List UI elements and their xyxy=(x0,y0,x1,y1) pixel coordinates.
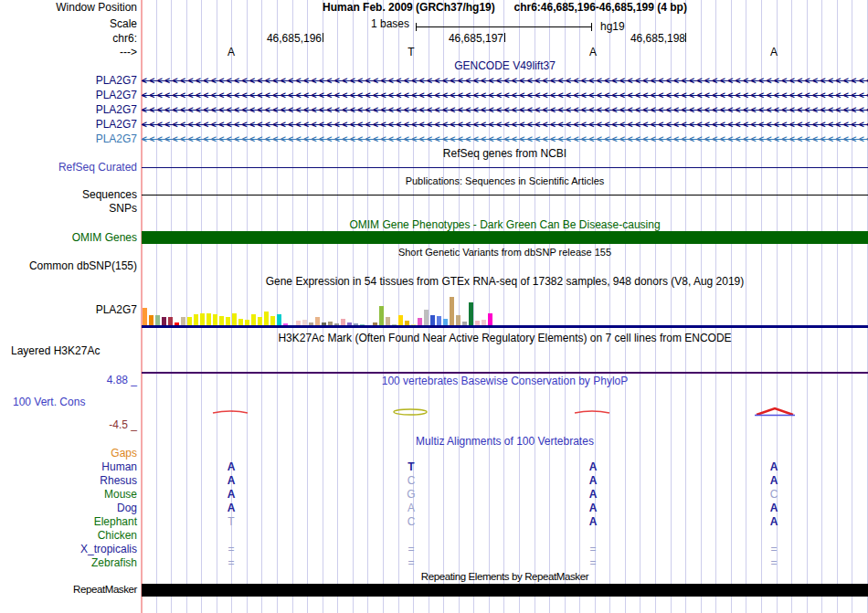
track-title-publications: Publications: Sequences in Scientific Ar… xyxy=(142,175,868,186)
multiz-species-label[interactable]: X_tropicalis xyxy=(0,543,137,555)
multiz-aligned-base: A xyxy=(220,502,242,514)
gtex-tissue-bar xyxy=(143,308,147,326)
track-label-omim-genes[interactable]: OMIM Genes xyxy=(0,231,137,244)
multiz-aligned-base: = xyxy=(400,543,422,555)
track-title-gtex: Gene Expression in 54 tissues from GTEx … xyxy=(142,275,868,288)
scale-bar-left-tick xyxy=(416,23,417,31)
gtex-baseline xyxy=(142,325,868,328)
multiz-aligned-base: C xyxy=(400,515,422,528)
track-label-common-dbsnp[interactable]: Common dbSNP(155) xyxy=(0,259,137,272)
track-label-sequences[interactable]: Sequences xyxy=(0,188,137,201)
phylop-score-glyph[interactable] xyxy=(390,406,430,419)
multiz-aligned-base: A xyxy=(582,488,604,501)
assembly-tag: hg19 xyxy=(600,20,625,33)
track-label-refseq-curated[interactable]: RefSeq Curated xyxy=(0,161,137,174)
h3k27ac-bottom-line[interactable] xyxy=(142,372,868,374)
multiz-aligned-base: = xyxy=(220,543,242,555)
multiz-aligned-base: G xyxy=(400,488,422,501)
multiz-species-label[interactable]: Chicken xyxy=(0,529,137,542)
multiz-species-label[interactable]: Dog xyxy=(0,502,137,514)
multiz-species-label[interactable]: Elephant xyxy=(0,515,137,528)
gencode-transcript-row[interactable]: <<<<<<<<<<<<<<<<<<<<<<<<<<<<<<<<<<<<<<<<… xyxy=(142,132,868,146)
reference-base: A xyxy=(582,46,604,58)
track-title-dbsnp: Short Genetic Variants from dbSNP releas… xyxy=(142,247,868,258)
multiz-species-label[interactable]: Zebrafish xyxy=(0,556,137,569)
track-label-phylop[interactable]: 100 Vert. Cons xyxy=(13,396,85,408)
track-title-omim: OMIM Gene Phenotypes - Dark Green Can Be… xyxy=(142,218,868,231)
gencode-transcript-row[interactable]: <<<<<<<<<<<<<<<<<<<<<<<<<<<<<<<<<<<<<<<<… xyxy=(142,102,868,117)
gtex-tissue-bar xyxy=(488,313,492,326)
scale-value: 1 bases xyxy=(318,17,409,30)
scale-label: Scale xyxy=(0,17,137,30)
gencode-gene-label[interactable]: PLA2G7 xyxy=(0,89,137,101)
track-title-repeatmasker: Repeating Elements by RepeatMasker xyxy=(142,571,868,582)
scale-bar xyxy=(416,26,592,27)
ruler-coord: 46,685,197 xyxy=(403,32,503,45)
phylop-min-value: -4.5 _ xyxy=(0,418,137,431)
multiz-aligned-base: = xyxy=(763,543,785,555)
ruler-tick xyxy=(323,33,323,42)
assembly-name: Human Feb. 2009 (GRCh37/hg19) xyxy=(323,1,495,14)
multiz-aligned-base: A xyxy=(582,474,604,487)
track-title-multiz: Multiz Alignments of 100 Vertebrates xyxy=(142,435,868,448)
track-title-phylop: 100 vertebrates Basewise Conservation by… xyxy=(142,375,868,387)
ruler-coord: 46,685,198 xyxy=(585,32,685,45)
phylop-score-glyph[interactable] xyxy=(753,406,797,420)
multiz-aligned-base: A xyxy=(763,502,785,514)
reference-base: A xyxy=(220,46,242,58)
multiz-aligned-base: C xyxy=(763,488,785,501)
multiz-aligned-base: A xyxy=(763,474,785,487)
left-arrowheads: <<<<<<<<<<<<<<<<<<<<<<<<<<<<<<<<<<<<<<<<… xyxy=(142,117,868,132)
ruler-tick xyxy=(685,33,686,42)
multiz-species-label[interactable]: Gaps xyxy=(0,447,137,460)
phylop-score-glyph[interactable] xyxy=(210,406,250,419)
gtex-expression-barchart[interactable] xyxy=(142,292,868,326)
track-label-repeatmasker[interactable]: RepeatMasker xyxy=(0,584,137,595)
track-label-snps[interactable]: SNPs xyxy=(0,202,137,215)
scale-bar-right-tick xyxy=(591,23,592,31)
multiz-aligned-base: A xyxy=(400,502,422,514)
window-position-label: Window Position xyxy=(0,1,137,14)
refseq-gene-line[interactable] xyxy=(142,167,868,168)
multiz-aligned-base: T xyxy=(400,460,422,473)
gtex-tissue-bar xyxy=(232,313,237,326)
gtex-tissue-bar xyxy=(424,310,429,326)
gencode-transcript-row[interactable]: <<<<<<<<<<<<<<<<<<<<<<<<<<<<<<<<<<<<<<<<… xyxy=(142,88,868,102)
multiz-aligned-base: A xyxy=(220,488,242,501)
multiz-aligned-base: A xyxy=(582,502,604,514)
reference-base: A xyxy=(763,46,785,58)
track-title-gencode: GENCODE V49lift37 xyxy=(142,59,868,72)
track-label-gtex-gene[interactable]: PLA2G7 xyxy=(0,303,137,316)
multiz-species-label[interactable]: Rhesus xyxy=(0,474,137,487)
gencode-transcript-row[interactable]: <<<<<<<<<<<<<<<<<<<<<<<<<<<<<<<<<<<<<<<<… xyxy=(142,73,868,88)
gencode-gene-label[interactable]: PLA2G7 xyxy=(0,74,137,87)
multiz-aligned-base: = xyxy=(763,556,785,569)
gencode-gene-label[interactable]: PLA2G7 xyxy=(0,103,137,116)
gencode-gene-label[interactable]: PLA2G7 xyxy=(0,132,137,145)
track-label-h3k27ac[interactable]: Layered H3K27Ac xyxy=(11,344,100,357)
omim-gene-bar[interactable] xyxy=(142,231,868,244)
gtex-tissue-bar xyxy=(450,297,454,326)
gtex-tissue-bar xyxy=(206,313,211,326)
multiz-aligned-base: T xyxy=(220,515,242,528)
multiz-aligned-base: = xyxy=(582,543,604,555)
position-range: chr6:46,685,196-46,685,199 (4 bp) xyxy=(513,1,686,14)
multiz-species-label[interactable]: Mouse xyxy=(0,488,137,501)
gencode-gene-label[interactable]: PLA2G7 xyxy=(0,118,137,131)
ruler-tick xyxy=(504,33,505,42)
multiz-aligned-base: A xyxy=(763,515,785,528)
phylop-score-glyph[interactable] xyxy=(572,406,612,419)
multiz-aligned-base: C xyxy=(400,474,422,487)
repeatmasker-element-bar[interactable] xyxy=(142,584,868,597)
ruler-coord: 46,685,196 xyxy=(221,32,322,45)
publications-item-line[interactable] xyxy=(142,195,868,196)
multiz-aligned-base: A xyxy=(582,460,604,473)
gtex-tissue-bar xyxy=(379,306,384,326)
multiz-species-label[interactable]: Human xyxy=(0,460,137,473)
strand-arrow: ---> xyxy=(0,46,137,58)
multiz-aligned-base: A xyxy=(582,515,604,528)
multiz-aligned-base: = xyxy=(220,556,242,569)
genome-browser-image: Window Position Human Feb. 2009 (GRCh37/… xyxy=(0,0,868,613)
gencode-transcript-row[interactable]: <<<<<<<<<<<<<<<<<<<<<<<<<<<<<<<<<<<<<<<<… xyxy=(142,117,868,132)
reference-base: T xyxy=(400,46,422,58)
